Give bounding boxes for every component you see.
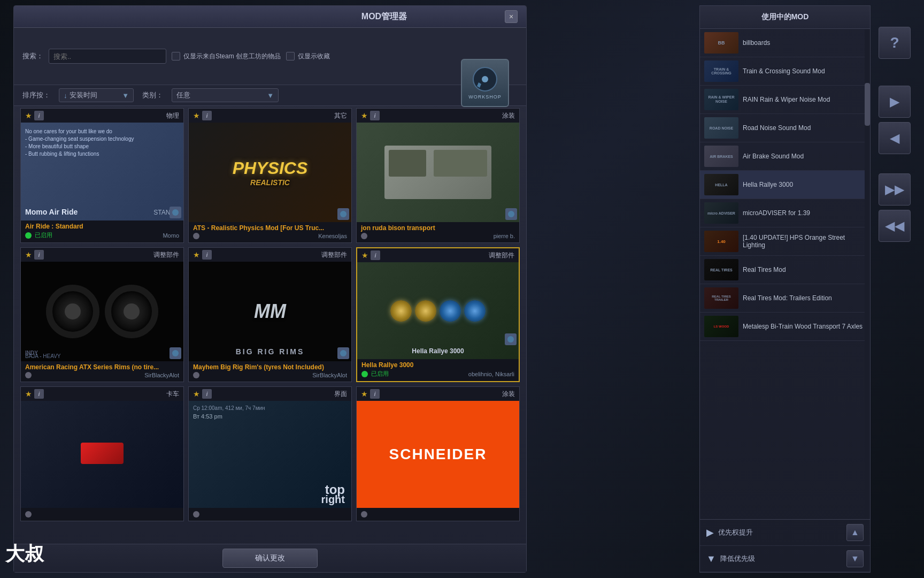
mod-list-name-9: Real Tires Mod: Trailers Edition (743, 294, 866, 302)
mod-list-item-3[interactable]: ROAD NOISE Road Noise Sound Mod (700, 114, 870, 142)
star-icon-5[interactable]: ★ (361, 251, 368, 260)
info-icon-8[interactable]: i (370, 389, 380, 399)
star-icon-6[interactable]: ★ (25, 390, 32, 398)
info-icon-3[interactable]: i (34, 250, 44, 260)
status-dot-8 (361, 511, 367, 518)
mod-footer-5: Hella Rallye 3000 已启用 obelihnio, Niksarl… (357, 359, 519, 381)
mod-list-item-8[interactable]: REAL TIRES Real Tires Mod (700, 256, 870, 284)
sort-select[interactable]: ↓ 安装时间 ▼ (59, 88, 134, 102)
search-input[interactable] (49, 49, 166, 64)
category-select[interactable]: 任意 ▼ (172, 88, 279, 102)
star-icon-3[interactable]: ★ (25, 250, 32, 259)
mod-list-item-6[interactable]: micro ADVISER microADVISER for 1.39 (700, 199, 870, 227)
mod-tag-6: 卡车 (166, 390, 179, 399)
mod-card-5[interactable]: ★ i 调整部件 Hella Rallye 3000 (356, 247, 520, 382)
mod-list-item-5[interactable]: HELLA Hella Rallye 3000 (700, 171, 870, 199)
hella-light-1 (390, 300, 412, 322)
close-button[interactable]: × (505, 10, 518, 23)
star-icon-8[interactable]: ★ (361, 390, 368, 398)
priority-up-button[interactable]: ▲ (846, 524, 864, 541)
filter-favorites-checkbox[interactable] (286, 52, 295, 60)
mod-card-7[interactable]: ★ i 界面 Ср 12:00am, 412 ми, 7ч 7мин Вт 4:… (188, 386, 352, 521)
status-dot-7 (193, 511, 199, 518)
star-icon-1[interactable]: ★ (193, 111, 200, 120)
filter-favorites-label: 仅显示收藏 (298, 52, 330, 61)
mod-name-5[interactable]: Hella Rallye 3000 (361, 361, 514, 369)
truck-top-img: Ср 12:00am, 412 ми, 7ч 7мин Вт 4:53 pm t… (189, 401, 351, 508)
mod-list-name-8: Real Tires Mod (743, 266, 866, 273)
nav-skip-back-button[interactable]: ◀◀ (879, 210, 911, 242)
mod-name-2[interactable]: jon ruda bison transport (361, 224, 515, 232)
skip-back-icon: ◀◀ (885, 218, 904, 233)
info-icon-1[interactable]: i (202, 111, 212, 120)
info-icon-6[interactable]: i (34, 389, 44, 399)
mod-card-0[interactable]: ★ i 物理 No one cares for your butt like w… (20, 108, 184, 243)
nav-forward-button[interactable]: ▶ (879, 86, 911, 118)
mod-list-item-9[interactable]: REAL TIRES TRAILER Real Tires Mod: Trail… (700, 284, 870, 313)
status-text-0: 已启用 (35, 231, 52, 239)
star-icon-0[interactable]: ★ (25, 111, 32, 120)
info-icon-2[interactable]: i (370, 111, 380, 120)
mod-name-0[interactable]: Air Ride : Standard (25, 223, 179, 230)
mod-thumb-0: BB (704, 32, 738, 54)
workshop-overlay-5 (505, 333, 517, 345)
info-icon-0[interactable]: i (34, 111, 44, 120)
mod-image-1: PHYSICS REALISTIC (189, 123, 351, 222)
mod-list-item-4[interactable]: AIR BRAKES Air Brake Sound Mod (700, 142, 870, 171)
mod-list-name-6: microADVISER for 1.39 (743, 209, 866, 217)
mod-card-8[interactable]: ★ i 涂装 SCHNEIDER (356, 386, 520, 521)
filter-steam-label: 仅显示来自Steam 创意工坊的物品 (183, 52, 281, 61)
mod-card-header-4: ★ i 调整部件 (189, 248, 351, 262)
mod-footer-0: Air Ride : Standard 已启用 Momo (21, 220, 183, 242)
status-dot-3 (25, 372, 32, 378)
mod-card-6[interactable]: ★ i 卡车 (20, 386, 184, 521)
mod-name-3[interactable]: American Racing ATX Series Rims (no tire… (25, 363, 179, 371)
mod-card-4[interactable]: ★ i 调整部件 MM BIG RIG RIMS Mayhem Big Rig … (188, 247, 352, 382)
nav-skip-forward-button[interactable]: ▶▶ (879, 173, 911, 206)
steam-workshop-button[interactable]: workshop (461, 59, 509, 107)
mod-tag-3: 调整部件 (153, 250, 179, 260)
mod-list-name-5: Hella Rallye 3000 (743, 181, 866, 188)
star-icon-7[interactable]: ★ (193, 390, 200, 398)
status-dot-2 (361, 233, 367, 239)
mod-author-5: obelihnio, Niksarli (468, 371, 514, 377)
mod-card-2[interactable]: ★ i 涂装 (356, 108, 520, 243)
mod-list-name-4: Air Brake Sound Mod (743, 153, 866, 160)
nav-back-button[interactable]: ◀ (879, 122, 911, 154)
mod-list-item-10[interactable]: LS WOOD Metalesp Bi-Train Wood Transport… (700, 313, 870, 341)
workshop-overlay-4 (337, 347, 349, 359)
info-icon-7[interactable]: i (202, 389, 212, 399)
mod-name-4[interactable]: Mayhem Big Rig Rim's (tyres Not Included… (193, 363, 347, 371)
mod-list-item-7[interactable]: 1.40 [1.40 UPDATE!] HPS Orange Street Li… (700, 227, 870, 256)
mod-card-1[interactable]: ★ i 其它 PHYSICS REALISTIC ATS - Realistic… (188, 108, 352, 243)
mod-list-scrollbar[interactable] (865, 29, 870, 519)
mod-list-item-0[interactable]: BB billboards (700, 29, 870, 57)
filter-steam-checkbox[interactable] (172, 52, 180, 60)
svg-point-3 (340, 211, 346, 217)
svg-point-1 (482, 76, 488, 82)
star-icon-2[interactable]: ★ (361, 111, 368, 120)
thumb-road: ROAD NOISE (704, 117, 738, 139)
confirm-row: 确认更改 (14, 544, 526, 572)
mod-status-row-0: 已启用 Momo (25, 231, 179, 239)
mod-author-1: Kenesoljas (318, 233, 347, 239)
mod-list-name-3: Road Noise Sound Mod (743, 124, 866, 132)
mod-card-3[interactable]: ★ i 调整部件 INDY BAJA - HEAVY American Raci… (20, 247, 184, 382)
status-dot-4 (193, 372, 199, 378)
info-icon-5[interactable]: i (371, 250, 380, 260)
mod-card-header-6: ★ i 卡车 (21, 387, 183, 401)
mod-list-item-2[interactable]: RAIN & WIPER NOISE RAIN Rain & Wiper Noi… (700, 86, 870, 114)
workshop-overlay-1 (337, 208, 349, 220)
star-icon-4[interactable]: ★ (193, 250, 200, 259)
modal-title-bar: MOD管理器 × (14, 6, 526, 28)
mod-list-name-7: [1.40 UPDATE!] HPS Orange Street Lightin… (743, 234, 866, 249)
info-icon-4[interactable]: i (202, 250, 212, 260)
mod-list-item-1[interactable]: TRAIN & CROSSING Train & Crossing Sound … (700, 57, 870, 86)
mod-thumb-2: RAIN & WIPER NOISE (704, 89, 738, 110)
help-button[interactable]: ? (879, 27, 911, 59)
thumb-hps: 1.40 (704, 231, 738, 252)
mod-card-header-7: ★ i 界面 (189, 387, 351, 401)
priority-down-button[interactable]: ▼ (846, 550, 864, 567)
mod-name-1[interactable]: ATS - Realistic Physics Mod [For US Truc… (193, 224, 347, 232)
confirm-button[interactable]: 确认更改 (222, 549, 318, 568)
